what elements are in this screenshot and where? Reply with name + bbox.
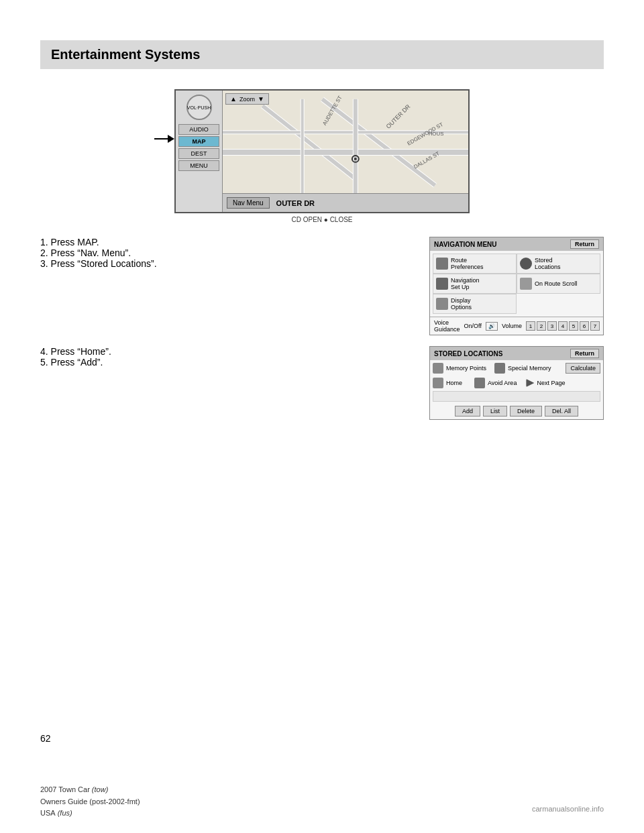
audio-button[interactable]: AUDIO <box>178 124 219 135</box>
map-arrow-indicator <box>154 135 174 143</box>
nav-setup-icon <box>436 278 448 290</box>
special-memory-label: Special Memory <box>508 365 551 372</box>
display-icon <box>436 298 448 310</box>
add-button[interactable]: Add <box>455 406 480 416</box>
zoom-up-arrow[interactable]: ▲ <box>230 95 237 103</box>
nav-button-panel: VOL·PUSH AUDIO MAP DEST MENU <box>176 91 223 212</box>
stored-loc-empty-row <box>433 391 600 402</box>
step-2: 2. Press “Nav. Menu”. <box>40 247 416 258</box>
stored-loc-title: STORED LOCATIONS <box>434 350 502 357</box>
next-page-item[interactable]: Next Page <box>526 379 565 387</box>
nav-setup-label2: Set Up <box>451 284 480 290</box>
zoom-control[interactable]: ▲ Zoom ▼ <box>225 93 269 105</box>
calculate-button[interactable]: Calculate <box>566 363 600 374</box>
vol-5[interactable]: 5 <box>569 321 578 331</box>
section-header: Entertainment Systems <box>40 40 604 69</box>
voice-guidance-label: Voice Guidance <box>434 319 460 333</box>
steps-4-5-text: 4. Press “Home”. 5. Press “Add”. <box>40 346 416 420</box>
svg-text:HOUS: HOUS <box>429 131 444 137</box>
home-item[interactable]: Home <box>433 378 462 388</box>
doc-line1: 2007 Town Car (tow) <box>40 784 604 796</box>
map-button[interactable]: MAP <box>178 136 219 147</box>
nav-menu-title-bar: NAVIGATION MENU Return <box>430 237 603 251</box>
vol-3[interactable]: 3 <box>547 321 557 331</box>
cd-bar-label: CD OPEN ● CLOSE <box>174 216 470 223</box>
vol-1[interactable]: 1 <box>526 321 535 331</box>
volume-numbers: 1 2 3 4 5 6 7 <box>526 321 600 331</box>
nav-unit-diagram: VOL·PUSH AUDIO MAP DEST MENU ▲ Zoom ▼ <box>40 89 604 223</box>
vol-4[interactable]: 4 <box>558 321 568 331</box>
delete-button[interactable]: Delete <box>510 406 542 416</box>
vol-7[interactable]: 7 <box>590 321 600 331</box>
nav-menu-grid: Route Preferences Stored Locations <box>430 251 603 317</box>
step-1: 1. Press MAP. <box>40 237 416 247</box>
nav-menu-bar-button[interactable]: Nav Menu <box>227 197 270 209</box>
nav-menu-return-button[interactable]: Return <box>570 239 599 249</box>
menu-button[interactable]: MENU <box>178 160 219 171</box>
stored-label1: Stored <box>535 257 561 264</box>
stored-locations-screenshot: STORED LOCATIONS Return Memory Points Sp… <box>429 346 604 420</box>
map-bottom-bar: Nav Menu OUTER DR <box>223 193 468 212</box>
nav-menu-screenshot-container: NAVIGATION MENU Return Route Preferences <box>429 237 604 335</box>
dest-button[interactable]: DEST <box>178 148 219 159</box>
avoid-area-icon <box>474 378 485 388</box>
memory-points-icon <box>433 363 443 374</box>
zoom-label: Zoom <box>239 96 255 103</box>
nav-menu-title: NAVIGATION MENU <box>434 241 497 248</box>
main-content: VOL·PUSH AUDIO MAP DEST MENU ▲ Zoom ▼ <box>40 69 604 440</box>
route-label2: Preferences <box>451 264 484 270</box>
route-label1: Route <box>451 257 484 264</box>
nav-menu-onroute-item[interactable]: On Route Scroll <box>517 274 600 294</box>
stored-loc-return-button[interactable]: Return <box>570 349 599 358</box>
stored-label2: Locations <box>535 264 561 270</box>
avoid-area-item[interactable]: Avoid Area <box>474 378 517 388</box>
vol-push-button[interactable]: VOL·PUSH <box>186 95 212 120</box>
current-street-label: OUTER DR <box>276 199 315 207</box>
nav-menu-route-item[interactable]: Route Preferences <box>433 254 517 274</box>
doc-line2: Owners Guide (post-2002-fmt) <box>40 796 604 808</box>
display-label2: Options <box>451 304 472 311</box>
list-button[interactable]: List <box>483 406 507 416</box>
svg-point-19 <box>354 158 357 160</box>
doc-line3: USA (fus) <box>40 808 604 820</box>
watermark: carmanualsonline.info <box>532 805 604 813</box>
vol-6[interactable]: 6 <box>580 321 589 331</box>
step-5: 5. Press “Add”. <box>40 357 416 368</box>
special-memory-item[interactable]: Special Memory <box>494 363 551 374</box>
volume-label: Volume <box>502 323 522 329</box>
steps-1-3-text: 1. Press MAP. 2. Press “Nav. Menu”. 3. P… <box>40 237 416 335</box>
next-page-icon <box>526 379 534 387</box>
nav-menu-display-item[interactable]: Display Options <box>433 294 517 314</box>
map-display: ▲ Zoom ▼ <box>223 91 468 212</box>
step-4: 4. Press “Home”. <box>40 346 416 357</box>
page-title: Entertainment Systems <box>51 47 593 62</box>
nav-setup-label1: Navigation <box>451 277 480 284</box>
stored-loc-action-bar: Add List Delete Del. All <box>430 403 603 419</box>
on-route-icon <box>520 278 532 290</box>
avoid-area-label: Avoid Area <box>488 380 517 386</box>
zoom-down-arrow[interactable]: ▼ <box>258 95 264 103</box>
nav-menu-screenshot: NAVIGATION MENU Return Route Preferences <box>429 237 604 335</box>
page-number: 62 <box>40 733 604 744</box>
stored-locations-container: STORED LOCATIONS Return Memory Points Sp… <box>429 346 604 420</box>
stored-loc-title-bar: STORED LOCATIONS Return <box>430 347 603 360</box>
step-3: 3. Press “Stored Locations”. <box>40 258 416 269</box>
on-off-icon[interactable]: 🔊 <box>486 322 498 331</box>
nav-menu-setup-item[interactable]: Navigation Set Up <box>433 274 517 294</box>
memory-points-label: Memory Points <box>446 365 486 372</box>
steps-4-5-section: 4. Press “Home”. 5. Press “Add”. STORED … <box>40 346 604 420</box>
on-off-label: On/Off <box>464 323 482 329</box>
stored-locations-icon <box>520 258 532 270</box>
vol-2[interactable]: 2 <box>537 321 546 331</box>
doc-info: 2007 Town Car (tow) Owners Guide (post-2… <box>40 784 604 820</box>
nav-menu-stored-item[interactable]: Stored Locations <box>517 254 600 274</box>
special-memory-icon <box>494 363 505 374</box>
route-icon <box>436 258 448 270</box>
del-all-button[interactable]: Del. All <box>545 406 578 416</box>
stored-loc-top-row: Memory Points Special Memory Calculate <box>430 360 603 376</box>
memory-points-item[interactable]: Memory Points <box>433 363 486 374</box>
nav-unit-image: VOL·PUSH AUDIO MAP DEST MENU ▲ Zoom ▼ <box>174 89 470 213</box>
page-footer: 62 2007 Town Car (tow) Owners Guide (pos… <box>40 733 604 820</box>
on-route-label: On Route Scroll <box>535 280 578 287</box>
display-label1: Display <box>451 297 472 304</box>
